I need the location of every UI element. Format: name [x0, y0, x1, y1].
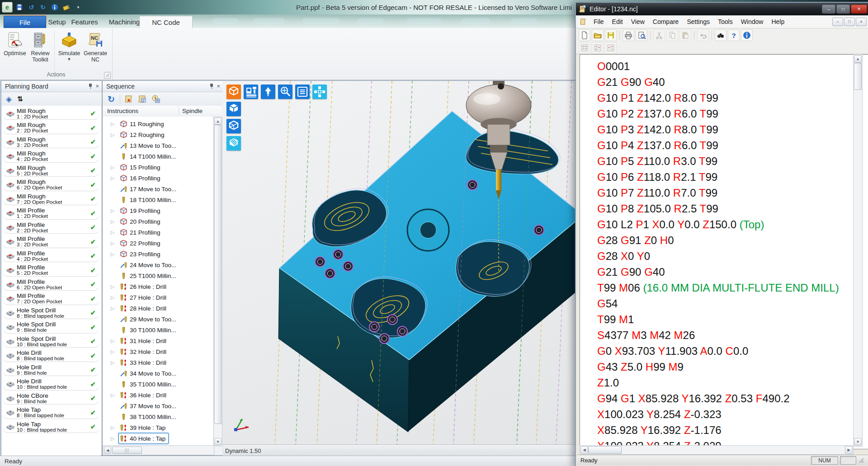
- paste-icon[interactable]: [679, 29, 691, 41]
- expand-icon[interactable]: ▷: [111, 132, 118, 138]
- sequence-item[interactable]: ▷ 33 Hole : Drill: [103, 357, 213, 368]
- operation-item[interactable]: Hole Spot Drill 8 : Blind tapped hole ✔: [3, 306, 99, 319]
- about-info-icon[interactable]: [741, 29, 753, 41]
- sequence-item[interactable]: ▷ 21 Profiling: [103, 227, 213, 238]
- compare-prev-icon[interactable]: [605, 42, 617, 54]
- toolstore-icon[interactable]: [261, 85, 275, 99]
- operation-item[interactable]: Mill Profile 3 : 2D Pocket ✔: [3, 235, 99, 248]
- menu-item[interactable]: Settings: [683, 17, 714, 27]
- sequence-item[interactable]: ▷ 25 T1000 Millin...: [103, 270, 213, 281]
- print-icon[interactable]: [623, 29, 634, 41]
- sequence-item[interactable]: ▷ 17 Move to Too...: [103, 184, 213, 194]
- undo-icon[interactable]: [697, 29, 709, 41]
- operation-item[interactable]: Mill Rough 2 : 2D Pocket ✔: [3, 122, 99, 134]
- info-icon[interactable]: [50, 2, 60, 12]
- scroll-left-icon[interactable]: ◀: [104, 447, 111, 454]
- sequence-item[interactable]: ▷ 12 Roughing: [103, 129, 213, 140]
- operation-item[interactable]: Hole Tap 10 : Blind tapped hole ✔: [3, 420, 99, 433]
- operation-item[interactable]: Mill Profile 2 : 2D Pocket ✔: [3, 221, 99, 234]
- simulate-button[interactable]: Simulate ▼: [57, 30, 81, 70]
- sequence-item[interactable]: ▷ 20 Profiling: [103, 216, 213, 227]
- expand-icon[interactable]: ▷: [111, 425, 118, 431]
- edgecam-logo-icon[interactable]: e: [2, 2, 13, 13]
- pin-icon[interactable]: [209, 84, 214, 89]
- expand-icon[interactable]: ▷: [111, 338, 118, 344]
- sequence-item[interactable]: ▷ 26 Hole : Drill: [103, 281, 213, 292]
- sequence-item[interactable]: ▷ 22 Profiling: [103, 238, 213, 249]
- menu-item[interactable]: Compare: [649, 17, 683, 27]
- menu-item[interactable]: Tools: [714, 17, 737, 27]
- operation-item[interactable]: Mill Rough 1 : 2D Pocket ✔: [3, 107, 99, 120]
- scroll-left-icon[interactable]: ◀: [580, 446, 588, 454]
- undo-icon[interactable]: ↺: [26, 2, 36, 12]
- pin-icon[interactable]: [88, 84, 93, 89]
- expand-icon[interactable]: ▷: [111, 230, 118, 235]
- scroll-right-icon[interactable]: ▶: [845, 446, 853, 454]
- close-icon[interactable]: ×: [217, 84, 220, 89]
- save-icon[interactable]: [14, 2, 24, 12]
- expand-icon[interactable]: ▷: [111, 251, 118, 257]
- operation-item[interactable]: Mill Profile 6 : 2D Open Pocket ✔: [3, 278, 99, 291]
- close-icon[interactable]: ×: [95, 84, 99, 89]
- ribbon-tab[interactable]: Features: [63, 16, 106, 28]
- operation-item[interactable]: Mill Profile 4 : 2D Pocket ✔: [3, 249, 99, 262]
- scroll-thumb[interactable]: [588, 446, 622, 454]
- graphics-viewport[interactable]: Dynamic 1.50: [222, 80, 576, 456]
- sequence-item[interactable]: ▷ 39 Hole : Tap: [103, 422, 213, 433]
- save-file-icon[interactable]: [605, 29, 617, 41]
- sequence-item[interactable]: ▷ 18 T1000 Millin...: [103, 194, 213, 205]
- scroll-thumb[interactable]: [214, 125, 222, 424]
- mdi-minimize-icon[interactable]: –: [832, 18, 843, 26]
- menu-item[interactable]: Edit: [608, 17, 627, 27]
- sequence-vscrollbar[interactable]: ▲ ▼: [213, 117, 222, 446]
- compare-files-icon[interactable]: [579, 42, 590, 54]
- scroll-down-icon[interactable]: ▼: [214, 438, 222, 445]
- mdi-close-icon[interactable]: ×: [856, 18, 867, 26]
- sequence-item[interactable]: ▷ 37 Move to Too...: [103, 400, 213, 411]
- sequence-item[interactable]: ▷ 13 Move to Too...: [103, 140, 213, 151]
- copy-icon[interactable]: [666, 29, 678, 41]
- sequence-item[interactable]: ▷ 32 Hole : Drill: [103, 346, 213, 357]
- expand-icon[interactable]: ▷: [111, 284, 118, 290]
- sequence-item[interactable]: ▷ 27 Hole : Drill: [103, 292, 213, 303]
- operation-item[interactable]: Hole Drill 8 : Blind tapped hole ✔: [3, 349, 99, 362]
- menu-item[interactable]: File: [590, 17, 608, 27]
- expand-icon[interactable]: ▷: [111, 392, 118, 398]
- operation-item[interactable]: Mill Rough 5 : 2D Pocket ✔: [3, 164, 99, 177]
- scroll-thumb[interactable]: |||: [112, 447, 142, 454]
- sort-icon[interactable]: ⇅: [17, 95, 23, 103]
- editor-title-bar[interactable]: Editor - [1234.nc] – □ ×: [576, 3, 868, 15]
- optimise-button[interactable]: Optimise: [3, 30, 27, 70]
- operation-item[interactable]: Hole Tap 8 : Blind tapped hole ✔: [3, 406, 99, 419]
- feature-grid-icon[interactable]: [312, 85, 327, 99]
- sequence-item[interactable]: ▷ 36 Hole : Drill: [103, 390, 213, 400]
- sequence-item[interactable]: ▷ 40 Hole : Tap: [103, 433, 213, 444]
- expand-icon[interactable]: ▷: [111, 436, 118, 442]
- review-toolkit-button[interactable]: Review Toolkit: [28, 30, 52, 70]
- translucent-view-icon[interactable]: [226, 136, 241, 151]
- expand-icon[interactable]: ▷: [111, 349, 118, 355]
- sequence-item[interactable]: ▷ 23 Profiling: [103, 249, 213, 259]
- expand-icon[interactable]: ▷: [111, 240, 118, 246]
- editor-hscrollbar[interactable]: ◀ ▶: [580, 445, 854, 455]
- nc-code-area[interactable]: O0001G21 G90 G40G10 P1 Z142.0 R8.0 T99G1…: [580, 54, 868, 449]
- iso-view-icon[interactable]: [226, 102, 241, 116]
- operation-item[interactable]: Mill Rough 4 : 2D Pocket ✔: [3, 150, 99, 163]
- open-file-icon[interactable]: [592, 29, 604, 41]
- column-spindle[interactable]: Spindle: [182, 108, 203, 114]
- sequence-item[interactable]: ▷ 11 Roughing: [103, 118, 213, 129]
- operation-item[interactable]: Hole Drill 10 : Blind tapped hole ✔: [3, 378, 99, 391]
- sequence-item[interactable]: ▷ 14 T1000 Millin...: [103, 151, 213, 162]
- minimize-icon[interactable]: –: [822, 5, 835, 14]
- expand-icon[interactable]: ▷: [111, 219, 118, 225]
- editor-vscrollbar[interactable]: ▲ ▼: [853, 54, 863, 447]
- operation-item[interactable]: Hole Spot Drill 9 : Blind hole ✔: [3, 321, 99, 334]
- help-icon[interactable]: ?: [728, 29, 740, 41]
- close-icon[interactable]: ×: [851, 5, 867, 14]
- sequence-item[interactable]: ▷ 38 T1000 Millin...: [103, 411, 213, 422]
- operation-item[interactable]: Mill Rough 7 : 2D Open Pocket ✔: [3, 193, 99, 205]
- new-file-icon[interactable]: [579, 29, 590, 41]
- shaded-view-icon[interactable]: [226, 85, 241, 99]
- operation-item[interactable]: Hole CBore 9 : Blind hole ✔: [3, 392, 99, 405]
- generate-nc-button[interactable]: NC Generate NC: [83, 30, 108, 70]
